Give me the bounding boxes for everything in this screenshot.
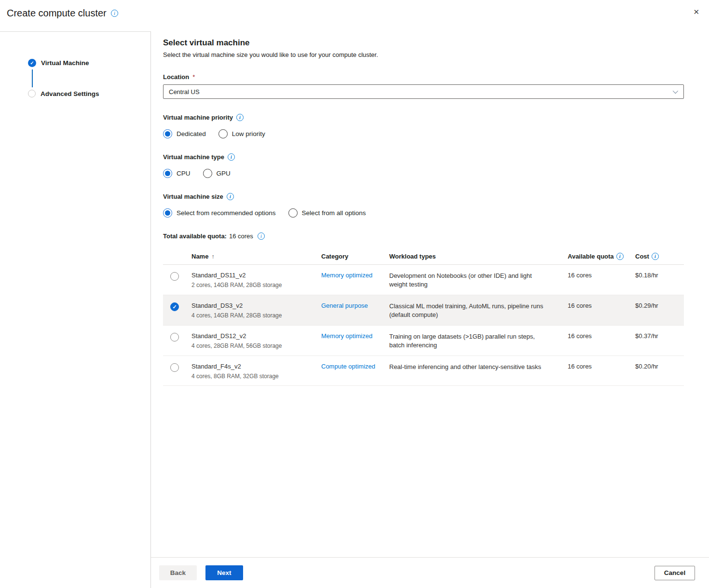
stepper-step-virtual-machine[interactable]: ✓ Virtual Machine: [28, 59, 150, 67]
vm-type-label-text: Virtual machine type: [163, 153, 224, 161]
workload-text: Training on large datasets (>1GB) parall…: [389, 332, 568, 350]
radio-gpu[interactable]: GPU: [203, 169, 231, 178]
table-row[interactable]: ✓ Standard_DS12_v2 4 cores, 28GB RAM, 56…: [163, 326, 684, 356]
vm-specs: 4 cores, 28GB RAM, 56GB storage: [191, 342, 321, 349]
row-select-radio[interactable]: ✓: [170, 333, 179, 342]
radio-label: Low priority: [232, 130, 265, 137]
priority-label-text: Virtual machine priority: [163, 114, 233, 121]
column-label: Available quota: [568, 253, 614, 260]
vm-name: Standard_DS3_v2: [191, 302, 321, 309]
vm-name: Standard_F4s_v2: [191, 363, 321, 370]
stepper-connector: [32, 69, 33, 87]
dialog-body: ✓ Virtual Machine Advanced Settings Sele…: [0, 31, 709, 588]
category-link[interactable]: General purpose: [321, 302, 368, 309]
priority-info-icon[interactable]: i: [236, 114, 244, 121]
next-button[interactable]: Next: [205, 565, 243, 580]
vm-type-radio-group: CPU GPU: [163, 169, 684, 178]
radio-unselected-icon: [203, 169, 212, 178]
category-link[interactable]: Memory optimized: [321, 272, 372, 279]
row-category-cell: Memory optimized: [321, 272, 389, 289]
stepper-step-advanced-settings[interactable]: Advanced Settings: [28, 90, 150, 97]
workload-text: Development on Notebooks (or other IDE) …: [389, 272, 568, 289]
total-quota-line: Total available quota: 16 cores i: [163, 232, 684, 240]
location-label: Location *: [163, 73, 684, 81]
column-label: Workload types: [389, 253, 436, 260]
cost-text: $0.20/hr: [635, 363, 684, 380]
radio-low-priority[interactable]: Low priority: [218, 129, 265, 138]
close-icon[interactable]: ✕: [691, 6, 701, 17]
table-row[interactable]: ✓ Standard_DS3_v2 4 cores, 14GB RAM, 28G…: [163, 295, 684, 326]
radio-label: GPU: [217, 170, 231, 177]
category-link[interactable]: Compute optimized: [321, 363, 375, 370]
radio-selected-icon: [163, 169, 172, 178]
workload-text: Classical ML model training, AutoML runs…: [389, 302, 568, 319]
radio-dedicated[interactable]: Dedicated: [163, 129, 206, 138]
vm-table-body: ✓ Standard_DS11_v2 2 cores, 14GB RAM, 28…: [163, 265, 684, 386]
row-category-cell: Memory optimized: [321, 332, 389, 350]
chevron-down-icon: [673, 88, 678, 94]
back-button[interactable]: Back: [159, 565, 197, 580]
radio-label: CPU: [177, 170, 191, 177]
vm-type-label: Virtual machine type i: [163, 153, 684, 161]
location-select[interactable]: Central US: [163, 84, 684, 99]
section-subheading: Select the virtual machine size you woul…: [163, 51, 684, 58]
vm-specs: 4 cores, 14GB RAM, 28GB storage: [191, 312, 321, 319]
vm-size-info-icon[interactable]: i: [227, 193, 234, 200]
cancel-button[interactable]: Cancel: [654, 566, 695, 580]
table-row[interactable]: ✓ Standard_F4s_v2 4 cores, 8GB RAM, 32GB…: [163, 356, 684, 386]
footer-bar: Back Next Cancel: [151, 557, 709, 588]
vm-type-info-icon[interactable]: i: [228, 153, 235, 161]
table-row[interactable]: ✓ Standard_DS11_v2 2 cores, 14GB RAM, 28…: [163, 265, 684, 295]
row-name-cell: Standard_F4s_v2 4 cores, 8GB RAM, 32GB s…: [191, 363, 321, 380]
vm-specs: 4 cores, 8GB RAM, 32GB storage: [191, 373, 321, 380]
radio-unselected-icon: [288, 208, 298, 218]
available-quota-text: 16 cores: [568, 363, 635, 380]
radio-all-options[interactable]: Select from all options: [288, 208, 366, 218]
cost-text: $0.37/hr: [635, 332, 684, 350]
quota-info-icon[interactable]: i: [258, 232, 265, 240]
row-select-radio[interactable]: ✓: [170, 272, 179, 281]
row-category-cell: General purpose: [321, 302, 389, 319]
priority-label: Virtual machine priority i: [163, 114, 684, 121]
column-header-name[interactable]: Name ↑: [191, 253, 321, 260]
titlebar: Create compute cluster i ✕: [0, 0, 709, 31]
step-label: Advanced Settings: [41, 90, 99, 97]
vm-size-label-text: Virtual machine size: [163, 193, 223, 200]
cost-header-info-icon[interactable]: i: [652, 253, 659, 260]
section-heading: Select virtual machine: [163, 38, 684, 48]
vm-specs: 2 cores, 14GB RAM, 28GB storage: [191, 282, 321, 288]
radio-recommended-options[interactable]: Select from recommended options: [163, 208, 276, 218]
row-select-radio[interactable]: ✓: [170, 302, 179, 311]
vm-name: Standard_DS11_v2: [191, 272, 321, 279]
required-asterisk: *: [192, 73, 195, 81]
check-icon: ✓: [172, 304, 177, 310]
column-label: Cost: [635, 253, 649, 260]
row-radio-cell: ✓: [163, 302, 191, 319]
row-category-cell: Compute optimized: [321, 363, 389, 380]
page-title: Create compute cluster: [7, 8, 107, 19]
table-header-row: Name ↑ Category Workload types Available…: [163, 248, 684, 265]
main-content: Select virtual machine Select the virtua…: [151, 31, 709, 588]
radio-label: Select from recommended options: [177, 209, 276, 217]
available-quota-text: 16 cores: [568, 302, 635, 319]
column-header-quota: Available quota i: [568, 253, 635, 260]
location-value: Central US: [169, 88, 200, 96]
title-info-icon[interactable]: i: [111, 10, 118, 17]
radio-cpu[interactable]: CPU: [163, 169, 191, 178]
step-complete-icon: ✓: [28, 59, 36, 67]
radio-selected-icon: [163, 208, 172, 218]
row-radio-cell: ✓: [163, 332, 191, 350]
quota-header-info-icon[interactable]: i: [616, 253, 624, 260]
row-select-radio[interactable]: ✓: [170, 363, 179, 372]
step-pending-icon: [28, 90, 36, 97]
cost-text: $0.29/hr: [635, 302, 684, 319]
quota-value: 16 cores: [229, 232, 253, 240]
location-label-text: Location: [163, 73, 189, 81]
column-header-workload: Workload types: [389, 253, 568, 260]
radio-selected-icon: [163, 129, 172, 138]
vm-size-radio-group: Select from recommended options Select f…: [163, 208, 684, 218]
column-header-category: Category: [321, 253, 389, 260]
column-label: Category: [321, 253, 348, 260]
sort-ascending-icon: ↑: [211, 253, 214, 260]
category-link[interactable]: Memory optimized: [321, 332, 372, 340]
